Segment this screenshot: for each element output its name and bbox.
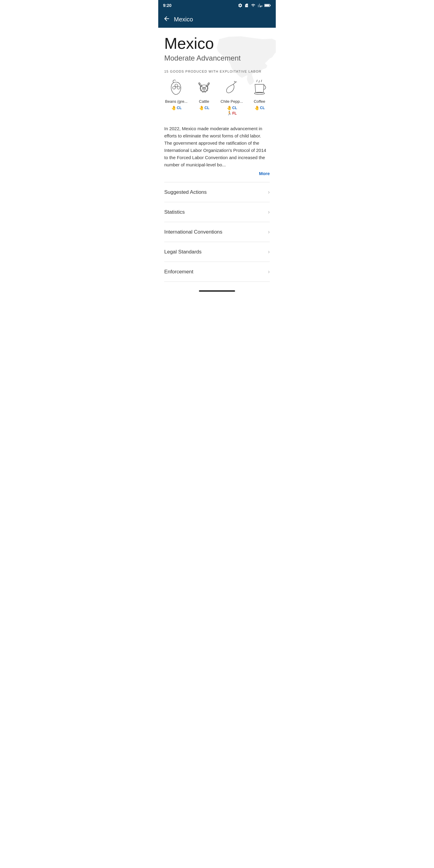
chile-fl-badge: 🏃FL (227, 111, 237, 116)
svg-rect-1 (265, 4, 269, 6)
svg-point-11 (201, 86, 202, 87)
status-time: 9:20 (163, 3, 172, 8)
battery-icon (264, 4, 271, 7)
beans-icon (167, 78, 186, 97)
good-cattle[interactable]: Cattle 🤚CL (192, 78, 216, 116)
coffee-cl-badge: 🤚CL (254, 105, 265, 110)
advancement-label: Moderate Advancement (164, 54, 270, 62)
chile-pepper-badges: 🤚CL 🏃FL (227, 105, 237, 116)
goods-header: 15 GOODS PRODUCED WITH EXPLOITATIVE LABO… (164, 70, 270, 73)
good-beans[interactable]: Beans (gre... 🤚CL (164, 78, 188, 116)
description-text: In 2022, Mexico made moderate advancemen… (164, 125, 270, 168)
main-content: Mexico Moderate Advancement 15 GOODS PRO… (158, 28, 276, 288)
svg-point-5 (177, 87, 180, 89)
beans-cl-badge: 🤚CL (171, 105, 182, 110)
chile-cl-badge: 🤚CL (227, 105, 237, 110)
cattle-badges: 🤚CL (199, 105, 210, 110)
back-button[interactable] (163, 15, 170, 24)
section-suggested-actions[interactable]: Suggested Actions › (164, 182, 270, 202)
chevron-icon-3: › (268, 229, 270, 235)
svg-point-10 (204, 87, 206, 88)
section-international-conventions[interactable]: International Conventions › (164, 222, 270, 242)
status-bar: 9:20 (158, 0, 276, 11)
chevron-icon-5: › (268, 269, 270, 275)
coffee-badges: 🤚CL (254, 105, 265, 110)
more-link[interactable]: More (164, 171, 270, 176)
goods-scroll-row: Beans (gre... 🤚CL (164, 78, 270, 118)
sim-icon (244, 3, 249, 8)
svg-point-4 (175, 84, 178, 87)
svg-point-12 (206, 86, 207, 87)
status-icons (238, 3, 271, 8)
signal-icon (258, 3, 262, 8)
cattle-cl-badge: 🤚CL (199, 105, 210, 110)
coffee-icon (250, 78, 269, 97)
section-enforcement[interactable]: Enforcement › (164, 262, 270, 282)
wifi-icon (250, 3, 256, 7)
chevron-icon-1: › (268, 189, 270, 195)
beans-label: Beans (gre... (165, 99, 187, 104)
svg-point-3 (173, 87, 176, 89)
chile-pepper-label: Chile Pepp... (221, 99, 243, 104)
chevron-icon-4: › (268, 249, 270, 255)
section-statistics[interactable]: Statistics › (164, 202, 270, 222)
cattle-label: Cattle (199, 99, 209, 104)
good-coffee[interactable]: Coffee 🤚CL (247, 78, 270, 116)
nav-bar: Mexico (158, 11, 276, 28)
svg-rect-2 (270, 5, 271, 6)
country-name: Mexico (164, 35, 270, 52)
section-legal-standards[interactable]: Legal Standards › (164, 242, 270, 262)
section-suggested-actions-label: Suggested Actions (164, 189, 207, 195)
section-legal-standards-label: Legal Standards (164, 249, 202, 255)
chevron-icon-2: › (268, 209, 270, 215)
page-title: Mexico (174, 16, 193, 23)
beans-badges: 🤚CL (171, 105, 182, 110)
sections-list: Suggested Actions › Statistics › Interna… (164, 182, 270, 282)
settings-icon (238, 3, 243, 8)
section-enforcement-label: Enforcement (164, 269, 193, 275)
cattle-icon (194, 78, 214, 97)
section-statistics-label: Statistics (164, 209, 185, 215)
svg-point-13 (254, 92, 265, 94)
bottom-bar (158, 288, 276, 295)
chile-pepper-icon (222, 78, 241, 97)
section-international-conventions-label: International Conventions (164, 229, 222, 235)
svg-point-9 (203, 87, 204, 88)
good-chile-pepper[interactable]: Chile Pepp... 🤚CL 🏃FL (220, 78, 244, 116)
coffee-label: Coffee (254, 99, 265, 104)
bottom-home-indicator (199, 290, 235, 292)
